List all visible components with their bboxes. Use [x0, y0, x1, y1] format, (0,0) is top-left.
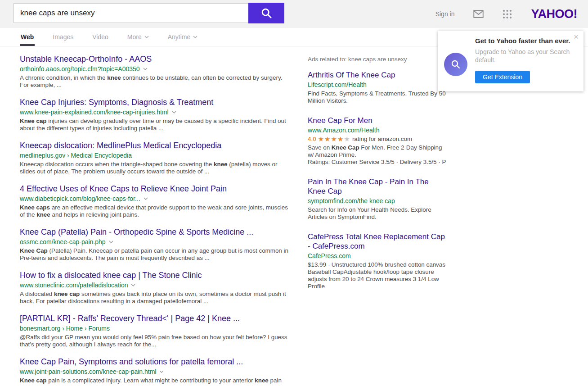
mail-icon[interactable] — [473, 10, 484, 18]
tab-web[interactable]: Web — [20, 28, 35, 46]
ad-url: symptomfind.com/the knee cap — [308, 197, 446, 205]
result-url-line: www.joint-pain-solutions.com/knee-cap-pa… — [20, 368, 290, 376]
ad-url: www.Amazon.com/Health — [308, 126, 446, 135]
result-url: www.knee-pain-explained.com/knee-cap-inj… — [20, 108, 169, 116]
search-result: [PARTIAL KR] - Raffs' Recovery Thread<' … — [20, 314, 290, 348]
ad-description: Save on Knee Cap For Men. Free 2-Day Shi… — [308, 144, 446, 159]
sign-in-link[interactable]: Sign in — [435, 10, 455, 18]
result-url-line: www.stoneclinic.com/patelladislocation — [20, 281, 290, 289]
chevron-down-icon — [193, 36, 197, 38]
ads-related-label: Ads related to: knee caps are unsexy — [308, 56, 446, 63]
chevron-down-icon[interactable] — [159, 370, 164, 373]
search-result: Unstable Kneecap-OrthoInfo - AAOS orthoi… — [20, 54, 290, 89]
result-title[interactable]: Knee Cap Pain, Symptoms and solutions fo… — [20, 357, 243, 367]
chevron-down-icon[interactable] — [131, 284, 135, 286]
result-description: Knee cap pain is a complicated injury. L… — [20, 377, 290, 384]
result-breadcrumb: medlineplus.gov › Medical Encyclopedia — [20, 151, 132, 159]
result-url: orthoinfo.aaos.org/topic.cfm?topic=A0035… — [20, 65, 140, 73]
ad-result: Pain In The Knee Cap - Pain In The Knee … — [308, 177, 446, 221]
ad-url: Lifescript.com/Health — [308, 81, 446, 89]
result-description: Knee caps are an effective medical devic… — [20, 204, 290, 218]
popup-title: Get to Yahoo faster than ever. — [475, 37, 570, 45]
search-result: Kneecap dislocation: MedlinePlus Medical… — [20, 141, 290, 175]
result-description: A chronic condition, in which the knee c… — [20, 74, 290, 89]
chevron-down-icon — [144, 36, 149, 38]
ad-description: Find Facts, Symptoms & Treatments. Trust… — [308, 90, 446, 104]
ad-url: CafePress.com — [308, 252, 446, 260]
get-extension-button[interactable]: Get Extension — [475, 71, 530, 83]
ad-title[interactable]: Knee Cap For Men — [308, 116, 373, 125]
ads-column: Ads related to: knee caps are unsexy Art… — [308, 56, 446, 301]
header: Sign in YAHOO! — [0, 0, 588, 28]
result-url: www.diabeticpick.com/blog/knee-caps-for.… — [20, 195, 140, 203]
result-title[interactable]: Knee Cap (Patella) Pain - Orthopedic Spi… — [20, 227, 253, 237]
rating-stars-icon: ★★★★★ — [318, 135, 350, 143]
chevron-down-icon[interactable] — [143, 68, 148, 70]
results-list: Unstable Kneecap-OrthoInfo - AAOS orthoi… — [20, 54, 290, 386]
tab-more[interactable]: More — [126, 28, 150, 46]
chevron-down-icon[interactable] — [109, 241, 113, 243]
ad-result: CafePress Total Knee Replacement Cap - C… — [308, 232, 446, 290]
result-url: www.stoneclinic.com/patelladislocation — [20, 281, 128, 289]
result-url-line: www.diabeticpick.com/blog/knee-caps-for.… — [20, 195, 290, 203]
ad-result: Arthritis Of The Knee Cap Lifescript.com… — [308, 70, 446, 104]
result-title[interactable]: Kneecap dislocation: MedlinePlus Medical… — [20, 141, 221, 150]
result-url-line: www.knee-pain-explained.com/knee-cap-inj… — [20, 108, 290, 116]
result-title[interactable]: 4 Effective Uses of Knee Caps to Relieve… — [20, 184, 227, 194]
result-url-line: orthoinfo.aaos.org/topic.cfm?topic=A0035… — [20, 65, 290, 73]
result-description: A dislocated knee cap sometimes goes bac… — [20, 291, 290, 305]
result-title[interactable]: Unstable Kneecap-OrthoInfo - AAOS — [20, 54, 152, 64]
search-result: Knee Cap Pain, Symptoms and solutions fo… — [20, 357, 290, 384]
result-description: @Raffs did your GP mean you would only f… — [20, 334, 290, 348]
ad-ratings-detail: Ratings: Customer Service 3.5/5 · Delive… — [308, 159, 446, 166]
ad-title[interactable]: CafePress Total Knee Replacement Cap - C… — [308, 232, 446, 251]
search-result: Knee Cap (Patella) Pain - Orthopedic Spi… — [20, 227, 290, 262]
tab-video[interactable]: Video — [91, 28, 109, 46]
chevron-down-icon[interactable] — [172, 111, 176, 114]
rating-score: 4.0 — [308, 135, 316, 143]
result-breadcrumb: bonesmart.org › Home › Forums — [20, 324, 110, 332]
chevron-down-icon[interactable] — [144, 197, 148, 200]
extension-popup: × Get to Yahoo faster than ever. Upgrade… — [438, 31, 584, 91]
ad-description: $13.99 - Unstructured 100% brushed cotto… — [308, 261, 446, 290]
ad-rating: 4.0 ★★★★★ rating for amazon.com — [308, 135, 446, 143]
search-result: 4 Effective Uses of Knee Caps to Relieve… — [20, 184, 290, 218]
search-result: How to fix a dislocated knee cap | The S… — [20, 271, 290, 305]
result-description: Knee Cap (Patella) Pain. Kneecap or pate… — [20, 247, 290, 262]
result-url: ossmc.com/knee-cap-pain.php — [20, 238, 106, 246]
header-right: Sign in YAHOO! — [435, 0, 577, 28]
ad-description: Search for Info on Your Health Needs. Ex… — [308, 206, 446, 221]
apps-grid-icon[interactable] — [503, 9, 512, 19]
search-input[interactable] — [13, 3, 249, 23]
result-title[interactable]: How to fix a dislocated knee cap | The S… — [20, 271, 202, 280]
yahoo-logo[interactable]: YAHOO! — [531, 7, 577, 21]
close-icon[interactable]: × — [574, 32, 579, 41]
result-description: Knee cap injuries can develop gradually … — [20, 118, 290, 132]
tab-anytime[interactable]: Anytime — [167, 28, 199, 46]
result-url-line: bonesmart.org › Home › Forums — [20, 324, 290, 332]
rating-suffix: rating for amazon.com — [352, 135, 412, 143]
result-description: Kneecap dislocation occurs when the tria… — [20, 161, 290, 175]
result-title[interactable]: [PARTIAL KR] - Raffs' Recovery Thread<' … — [20, 314, 240, 323]
ad-title[interactable]: Pain In The Knee Cap - Pain In The Knee … — [308, 177, 446, 196]
ad-title[interactable]: Arthritis Of The Knee Cap — [308, 70, 395, 80]
search-button[interactable] — [248, 3, 284, 23]
result-url: www.joint-pain-solutions.com/knee-cap-pa… — [20, 368, 156, 376]
popup-subtitle: Upgrade to Yahoo as your Search default. — [475, 48, 570, 64]
search-icon — [260, 7, 273, 19]
search-result: Knee Cap Injuries: Symptoms, Diagnosis &… — [20, 98, 290, 132]
result-url-line: ossmc.com/knee-cap-pain.php — [20, 238, 290, 246]
tab-images[interactable]: Images — [52, 28, 74, 46]
result-url-line: medlineplus.gov › Medical Encyclopedia — [20, 151, 290, 159]
result-title[interactable]: Knee Cap Injuries: Symptoms, Diagnosis &… — [20, 98, 213, 107]
ad-result: Knee Cap For Men www.Amazon.com/Health 4… — [308, 116, 446, 166]
search-circle-icon — [444, 53, 467, 76]
